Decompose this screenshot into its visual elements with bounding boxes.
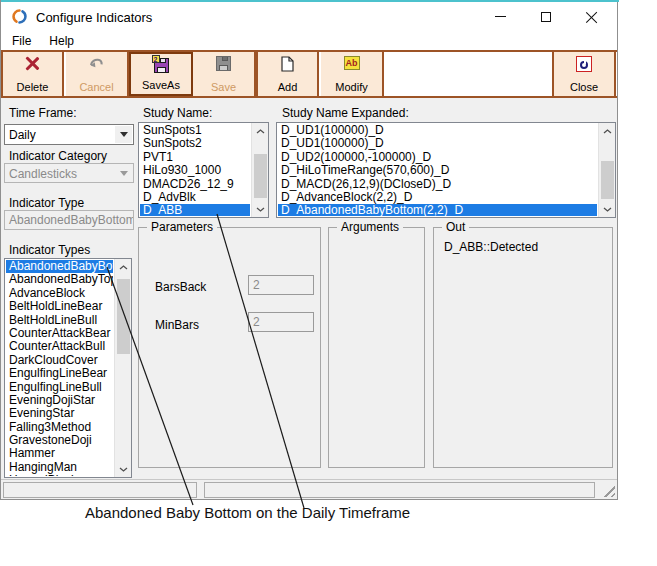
list-item[interactable]: AbandonedBabyTop: [6, 273, 113, 286]
out-value: D_ABB::Detected: [444, 240, 538, 254]
scroll-down-icon[interactable]: [599, 201, 616, 217]
list-item[interactable]: CounterAttackBear: [6, 327, 113, 340]
study-name-expanded-scrollbar[interactable]: [598, 123, 615, 217]
close-window-icon[interactable]: [575, 2, 609, 31]
list-item[interactable]: D_AbandonedBabyBottom(2,2)_D: [278, 204, 597, 216]
new-page-icon: [281, 56, 294, 72]
out-title: Out: [442, 220, 469, 234]
menu-help[interactable]: Help: [47, 32, 76, 50]
undo-icon: [88, 56, 105, 71]
list-item[interactable]: D_UD1(100000)_D: [278, 137, 597, 150]
toolbar: Delete Cancel 2 SaveAs Save: [1, 50, 617, 98]
indicator-types-scrollbar[interactable]: [114, 259, 131, 477]
time-frame-label: Time Frame:: [9, 106, 77, 120]
study-name-expanded-label: Study Name Expanded:: [282, 106, 409, 120]
minbars-label: MinBars: [155, 318, 199, 332]
study-name-list[interactable]: SunSpots1SunSpots2PVT1HiLo930_1000DMACD2…: [138, 122, 269, 218]
arguments-groupbox: Arguments: [328, 227, 425, 468]
configure-indicators-window: Configure Indicators File Help Delete Ca…: [0, 0, 618, 500]
close-button[interactable]: Close: [552, 52, 616, 96]
save-button[interactable]: Save: [193, 52, 256, 96]
save-as-button-label: SaveAs: [142, 80, 180, 91]
minimize-icon[interactable]: [483, 2, 517, 31]
list-item[interactable]: BeltHoldLineBear: [6, 300, 113, 313]
modify-button-label: Modify: [335, 82, 367, 93]
out-groupbox: Out D_ABB::Detected: [433, 227, 613, 468]
list-item[interactable]: BeltHoldLineBull: [6, 314, 113, 327]
list-item[interactable]: SunSpots2: [140, 137, 250, 150]
barsback-label: BarsBack: [155, 280, 206, 294]
list-item[interactable]: D_HiLoTimeRange(570,600)_D: [278, 164, 597, 177]
list-item[interactable]: HiLo930_1000: [140, 164, 250, 177]
indicator-types-label: Indicator Types: [9, 243, 90, 257]
list-item[interactable]: D_ABB: [140, 204, 250, 216]
list-item[interactable]: PVT1: [140, 151, 250, 164]
list-item[interactable]: Hammer: [6, 447, 113, 460]
arguments-title: Arguments: [337, 220, 403, 234]
status-panel-right: [204, 482, 595, 498]
indicator-category-value: Candlesticks: [9, 167, 77, 181]
list-item[interactable]: D_MACD(26,12,9)(DCloseD)_D: [278, 178, 597, 191]
list-item[interactable]: DarkCloudCover: [6, 354, 113, 367]
list-item[interactable]: SunSpots1: [140, 124, 250, 137]
scroll-thumb[interactable]: [601, 161, 614, 199]
parameters-title: Parameters: [147, 220, 217, 234]
list-item[interactable]: DMACD26_12_9: [140, 178, 250, 191]
chevron-down-icon[interactable]: [115, 126, 132, 143]
scroll-thumb[interactable]: [254, 154, 267, 198]
status-panel-left: [3, 482, 197, 498]
delete-button-label: Delete: [17, 82, 49, 93]
indicator-type-field[interactable]: AbandonedBabyBottom: [4, 210, 134, 230]
study-name-label: Study Name:: [143, 106, 212, 120]
save-floppy-icon: [216, 56, 231, 71]
scroll-down-icon[interactable]: [115, 461, 132, 477]
list-item[interactable]: AdvanceBlock: [6, 287, 113, 300]
time-frame-value: Daily: [9, 128, 36, 142]
list-item[interactable]: Falling3Method: [6, 421, 113, 434]
study-name-scrollbar[interactable]: [251, 123, 268, 217]
scroll-up-icon[interactable]: [599, 123, 616, 139]
close-button-label: Close: [570, 82, 598, 93]
list-item[interactable]: D_AdvBlk: [140, 191, 250, 204]
list-item[interactable]: D_AdvanceBlock(2,2)_D: [278, 191, 597, 204]
list-item[interactable]: D_UD1(100000)_D: [278, 124, 597, 137]
title-bar[interactable]: Configure Indicators: [1, 2, 617, 32]
indicator-category-select[interactable]: Candlesticks: [4, 163, 134, 183]
app-swirl-icon: [11, 8, 28, 25]
status-bar: [1, 479, 617, 499]
save-as-floppy-icon: 2: [154, 58, 169, 73]
scroll-thumb[interactable]: [117, 279, 130, 354]
list-item[interactable]: HaramiBlack: [6, 474, 113, 476]
study-name-expanded-list[interactable]: D_UD1(100000)_DD_UD1(100000)_DD_UD2(1000…: [276, 122, 616, 218]
add-button-label: Add: [278, 82, 298, 93]
indicator-types-list[interactable]: AbandonedBabyBottomAbandonedBabyTopAdvan…: [4, 258, 132, 478]
list-item[interactable]: EveningStar: [6, 407, 113, 420]
indicator-category-label: Indicator Category: [9, 149, 107, 163]
list-item[interactable]: EngulfingLineBull: [6, 381, 113, 394]
list-item[interactable]: AbandonedBabyBottom: [6, 260, 113, 273]
list-item[interactable]: D_UD2(100000,-100000)_D: [278, 151, 597, 164]
list-item[interactable]: GravestoneDoji: [6, 434, 113, 447]
maximize-icon[interactable]: [529, 2, 563, 31]
scroll-down-icon[interactable]: [252, 201, 269, 217]
scroll-up-icon[interactable]: [115, 259, 132, 275]
barsback-field[interactable]: 2: [248, 275, 314, 295]
delete-x-icon: [25, 56, 40, 71]
parameters-groupbox: Parameters BarsBack 2 MinBars 2: [138, 227, 321, 468]
save-button-label: Save: [211, 82, 236, 93]
minbars-field[interactable]: 2: [248, 312, 314, 332]
time-frame-select[interactable]: Daily: [4, 124, 134, 145]
menu-bar: File Help: [1, 32, 617, 50]
modify-button[interactable]: Ab Modify: [321, 52, 384, 96]
delete-button[interactable]: Delete: [1, 52, 64, 96]
list-item[interactable]: EveningDojiStar: [6, 394, 113, 407]
scroll-up-icon[interactable]: [252, 123, 269, 139]
resize-grip[interactable]: [601, 483, 615, 497]
add-button[interactable]: Add: [256, 52, 319, 96]
cancel-button[interactable]: Cancel: [66, 52, 129, 96]
list-item[interactable]: EngulfingLineBear: [6, 367, 113, 380]
save-as-button[interactable]: 2 SaveAs: [129, 52, 193, 96]
list-item[interactable]: CounterAttackBull: [6, 340, 113, 353]
list-item[interactable]: HangingMan: [6, 461, 113, 474]
menu-file[interactable]: File: [10, 32, 33, 50]
